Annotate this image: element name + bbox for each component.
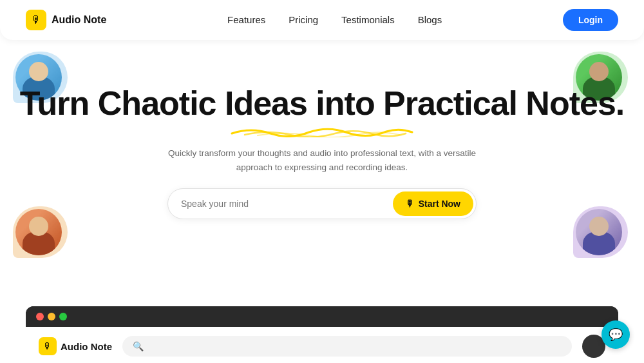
- search-icon: 🔍: [133, 341, 144, 351]
- nav-item-testimonials[interactable]: Testimonials: [341, 14, 395, 26]
- navbar: 🎙 Audio Note Features Pricing Testimonia…: [0, 0, 644, 40]
- nav-link-testimonials[interactable]: Testimonials: [341, 14, 395, 25]
- logo-icon: 🎙: [26, 10, 46, 30]
- hero-subtitle: Quickly transform your thoughts and audi…: [161, 146, 483, 174]
- nav-item-blogs[interactable]: Blogs: [418, 14, 442, 26]
- mockup-logo-icon: 🎙: [39, 337, 57, 355]
- mockup-titlebar: [26, 306, 618, 327]
- chat-icon: 💬: [609, 328, 623, 342]
- nav-link-blogs[interactable]: Blogs: [418, 14, 442, 25]
- window-dot-yellow: [48, 313, 55, 320]
- mockup-logo-text: Audio Note: [61, 341, 112, 352]
- login-button[interactable]: Login: [563, 9, 618, 31]
- nav-item-pricing[interactable]: Pricing: [289, 14, 318, 26]
- mockup-search-bar[interactable]: 🔍: [122, 336, 572, 357]
- mockup-logo: 🎙 Audio Note: [39, 337, 112, 355]
- squiggle-icon: [225, 124, 419, 137]
- speak-input-row: 🎙 Start Now: [167, 188, 477, 219]
- squiggle-decoration: [0, 124, 644, 137]
- chat-bubble-button[interactable]: 💬: [601, 320, 630, 349]
- logo-text: Audio Note: [52, 14, 106, 26]
- nav-item-features[interactable]: Features: [227, 14, 265, 26]
- app-mockup: 🎙 Audio Note 🔍: [26, 306, 618, 363]
- window-dot-green: [59, 313, 67, 320]
- hero-title: Turn Chaotic Ideas into Practical Notes.: [0, 85, 644, 122]
- hero-section: Turn Chaotic Ideas into Practical Notes.…: [0, 40, 644, 219]
- nav-links: Features Pricing Testimonials Blogs: [227, 14, 442, 26]
- nav-link-features[interactable]: Features: [227, 14, 265, 25]
- mockup-inner: 🎙 Audio Note 🔍: [26, 327, 618, 363]
- speak-input[interactable]: [181, 199, 393, 209]
- nav-link-pricing[interactable]: Pricing: [289, 14, 318, 25]
- start-now-button[interactable]: 🎙 Start Now: [393, 191, 473, 216]
- window-dot-red: [36, 313, 44, 320]
- mic-icon: 🎙: [406, 199, 415, 209]
- logo[interactable]: 🎙 Audio Note: [26, 10, 106, 30]
